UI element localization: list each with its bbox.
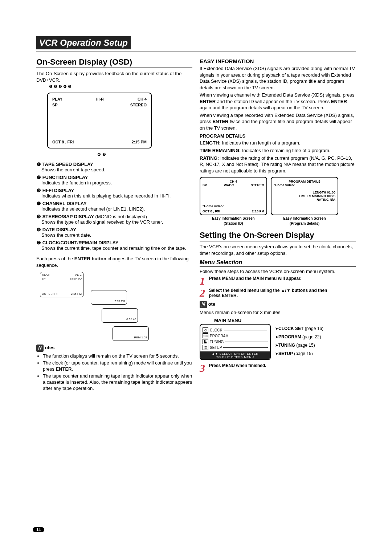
osd-top-markers: ❶ ❷ ❸ ❹ ❺ bbox=[49, 84, 143, 89]
easy-info-heading: EASY INFORMATION bbox=[200, 58, 356, 64]
osd-sp: SP bbox=[52, 103, 58, 107]
antenna-icon: ▙ bbox=[203, 339, 208, 344]
osd-intro: The On-Screen display provides feedback … bbox=[36, 70, 192, 83]
osd-time: 2:15 PM bbox=[131, 140, 147, 144]
menu-selection-heading: Menu Selection bbox=[200, 259, 356, 267]
notes-list: The function displays will remain on the… bbox=[36, 353, 192, 391]
main-menu-diagram: ◔CLOCK RECPROGRAM ▙TUNING ☰SETUP ▲▼ SELE… bbox=[200, 324, 271, 360]
easy-p3: When viewing a tape recorded with Extend… bbox=[200, 112, 356, 131]
enter-sequence-note: Each press of the ENTER button changes t… bbox=[36, 256, 192, 268]
page-number: 14 bbox=[33, 527, 44, 532]
osd-heading: On-Screen Display (OSD) bbox=[36, 57, 192, 68]
step-1: 1 Press MENU and the MAIN menu will appe… bbox=[200, 276, 356, 286]
osd-date: OCT 8 , FRI bbox=[52, 140, 74, 144]
left-column: On-Screen Display (OSD) The On-Screen di… bbox=[36, 56, 192, 393]
notes-heading: N otes bbox=[36, 345, 192, 352]
osd-item-list: ❶ TAPE SPEED DISPLAY Shows the current t… bbox=[36, 162, 192, 251]
step-num-3: 3 bbox=[200, 363, 208, 373]
rec-icon: REC bbox=[203, 333, 208, 338]
osd-diagram: PLAY HI-FI CH 4 SP STEREO OCT 8 , FRI 2:… bbox=[47, 93, 152, 148]
easy-p1: If Extended Data Service (XDS) signals a… bbox=[200, 65, 356, 91]
step-num-2: 2 bbox=[200, 288, 208, 298]
sequence-diagram: STOPCH 4 SPSTEREO OCT 8 , FRI2:15 PM 2:1… bbox=[36, 272, 192, 345]
note-icon: N bbox=[36, 345, 44, 352]
osd-stereo: STEREO bbox=[130, 103, 147, 107]
setting-osd-heading: Setting the On-Screen Display bbox=[200, 231, 356, 241]
easy-p2: When viewing a channel with Extended Dat… bbox=[200, 92, 356, 111]
clock-icon: ◔ bbox=[203, 327, 208, 333]
easy-screen-station-id: CH 4 SPWABCSTEREO "Home video" OCT 8 , F… bbox=[200, 177, 267, 215]
note-text: Menus remain on-screen for 3 minutes. bbox=[200, 309, 356, 316]
note-heading: N ote bbox=[200, 301, 356, 308]
section-title-bar: VCR Operation Setup bbox=[36, 36, 356, 52]
main-menu-label: MAIN MENU bbox=[214, 318, 356, 323]
easy-screen-program-details: PROGRAM DETAILS "Home video" LENGTH 01:0… bbox=[271, 177, 338, 215]
right-column: EASY INFORMATION If Extended Data Servic… bbox=[200, 56, 356, 393]
step-num-1: 1 bbox=[200, 276, 208, 286]
main-menu-refs: ➤CLOCK SET (page 16) ➤PROGRAM (page 22) … bbox=[275, 325, 323, 358]
tool-icon: ☰ bbox=[203, 345, 208, 350]
step-2: 2 Select the desired menu using the ▲/▼ … bbox=[200, 288, 356, 298]
horizontal-rule bbox=[36, 52, 356, 52]
osd-bottom-markers: ❻ ❼ bbox=[65, 152, 138, 157]
setting-intro: The VCR's on-screen menu system allows y… bbox=[200, 244, 356, 256]
program-details-heading: PROGRAM DETAILS bbox=[200, 133, 356, 139]
osd-play: PLAY bbox=[52, 97, 62, 101]
menu-selection-intro: Follow these steps to access the VCR's o… bbox=[200, 268, 356, 275]
step-3: 3 Press MENU when finished. bbox=[200, 363, 356, 373]
osd-ch: CH 4 bbox=[138, 97, 147, 101]
note-icon: N bbox=[200, 301, 207, 308]
osd-hifi: HI-FI bbox=[95, 97, 104, 101]
